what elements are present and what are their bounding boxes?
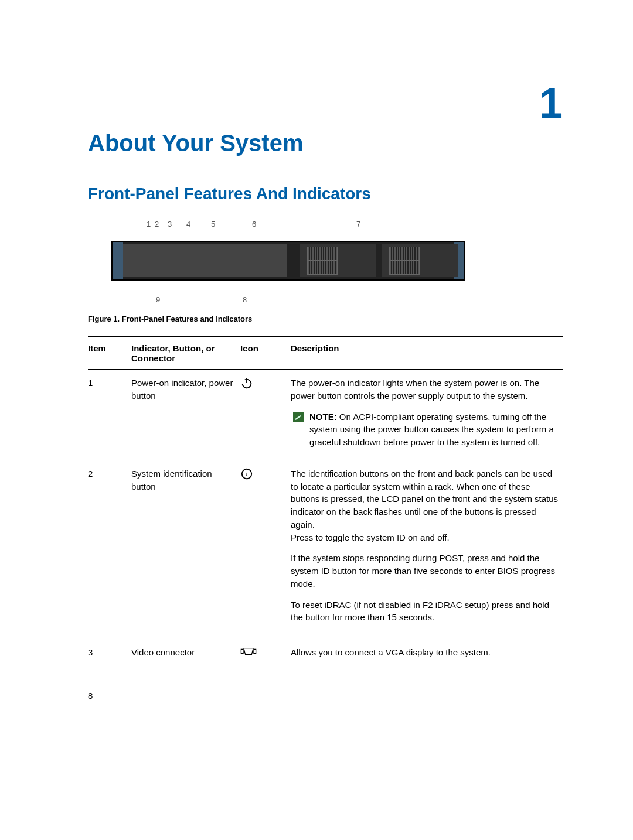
server-diagram [111,241,465,281]
table-row: 1 Power-on indicator, power button The p… [88,370,563,460]
cell-icon [240,370,291,460]
note-icon [293,412,304,422]
page-number: 8 [88,691,563,701]
svg-rect-5 [254,649,256,653]
cell-name: Power-on indicator, power button [131,370,240,460]
callout-9: 9 [156,295,160,304]
features-table: Item Indicator, Button, or Connector Ico… [88,336,563,667]
cell-desc: The identification buttons on the front … [291,460,563,639]
th-icon: Icon [240,337,291,370]
callout-1: 1 [147,220,151,228]
cell-desc: Allows you to connect a VGA display to t… [291,639,563,667]
th-indicator: Indicator, Button, or Connector [131,337,240,370]
figure-callouts-top: 1 2 3 4 5 6 7 [111,220,463,241]
figure-caption: Figure 1. Front-Panel Features and Indic… [88,315,563,323]
note-text: NOTE: On ACPI-compliant operating system… [309,411,559,449]
cell-item: 2 [88,460,131,639]
callout-3: 3 [168,220,172,228]
cell-item: 1 [88,370,131,460]
chapter-number: 1 [88,82,563,124]
callout-6: 6 [252,220,256,228]
svg-text:i: i [246,470,248,477]
cell-icon [240,639,291,667]
section-title: Front-Panel Features And Indicators [88,185,563,203]
cell-name: System identification button [131,460,240,639]
id-icon: i [240,467,253,480]
callout-8: 8 [243,295,247,304]
vga-icon [240,646,257,657]
note-body: On ACPI-compliant operating systems, tur… [309,412,554,448]
note-block: NOTE: On ACPI-compliant operating system… [293,411,559,449]
page-title: About Your System [88,130,563,156]
desc-p3: To reset iDRAC (if not disabled in F2 iD… [291,599,559,624]
cell-icon: i [240,460,291,639]
callout-5: 5 [211,220,215,228]
callout-2: 2 [155,220,159,228]
desc-text: The power-on indicator lights when the s… [291,377,559,402]
desc-p1: The identification buttons on the front … [291,467,559,544]
cell-desc: The power-on indicator lights when the s… [291,370,563,460]
front-panel-figure: 1 2 3 4 5 6 7 9 8 [111,220,563,304]
cell-name: Video connector [131,639,240,667]
cell-item: 3 [88,639,131,667]
page: 1 About Your System Front-Panel Features… [0,0,633,736]
desc-p2: If the system stops responding during PO… [291,552,559,590]
th-item: Item [88,337,131,370]
note-label: NOTE: [309,412,337,422]
table-row: 2 System identification button i The ide… [88,460,563,639]
power-icon [240,377,253,390]
callout-7: 7 [356,220,360,228]
figure-callouts-bottom: 9 8 [111,281,463,304]
th-description: Description [291,337,563,370]
callout-4: 4 [186,220,190,228]
table-row: 3 Video connector Allows you to connect … [88,639,563,667]
svg-rect-4 [241,649,243,653]
